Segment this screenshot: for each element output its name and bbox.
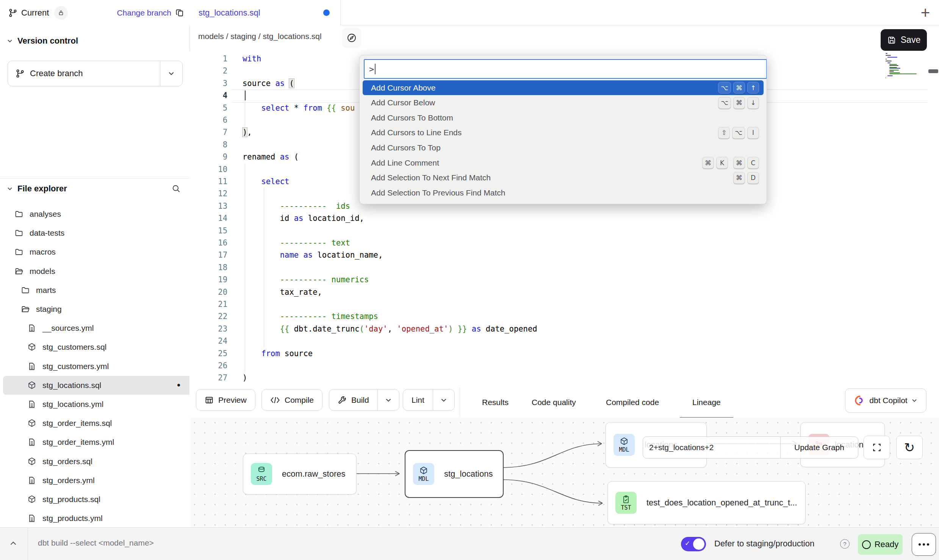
lineage-node-stg-locations[interactable]: MDL stg_locations [405, 450, 504, 498]
file-item-stg-order-items-sql[interactable]: stg_order_items.sql [3, 414, 211, 433]
status-badge[interactable]: Ready [858, 534, 903, 555]
file-name: stg_locations.sql [42, 381, 101, 390]
compile-button[interactable]: Compile [261, 389, 322, 411]
file-explorer-header[interactable]: File explorer [7, 184, 183, 194]
tab-results[interactable]: Results [482, 387, 509, 417]
command-palette-input[interactable]: > [364, 59, 767, 79]
file-item-stg-orders-sql[interactable]: stg_orders.sql [3, 452, 211, 471]
update-graph-button[interactable]: Update Graph [780, 437, 858, 458]
palette-item-add-cursor-below[interactable]: Add Cursor Below⌥⌘↓ [363, 95, 764, 110]
refresh-button[interactable]: ↻ [896, 436, 923, 459]
tab-compiled-code[interactable]: Compiled code [606, 387, 659, 417]
build-dropdown[interactable] [377, 389, 399, 410]
command-input[interactable]: dbt build --select <model_name> [38, 538, 154, 547]
palette-item-label: Add Cursors To Top [371, 143, 441, 152]
file-item-stg-locations-sql[interactable]: stg_locations.sql• [3, 376, 211, 395]
file-name: analyses [30, 210, 61, 219]
minimap-line [889, 70, 899, 70]
file-name: macros [30, 247, 56, 257]
save-button[interactable]: Save [881, 29, 927, 51]
change-branch-link[interactable]: Change branch [117, 8, 171, 17]
file-item-stg-customers-yml[interactable]: stg_customers.yml [3, 357, 211, 376]
palette-item-add-cursors-to-line-ends[interactable]: Add Cursors to Line Ends⇧⌥I [363, 125, 764, 140]
lint-button[interactable]: Lint [403, 389, 455, 411]
scrollbar-handle[interactable] [928, 69, 938, 73]
chevron-up-icon [8, 538, 18, 548]
file-item-models[interactable]: models [3, 262, 198, 281]
tab-code-quality[interactable]: Code quality [532, 387, 576, 417]
minimap[interactable] [886, 53, 926, 79]
toggle-knob [693, 538, 704, 550]
git-branch-icon [16, 69, 25, 78]
file-item-stg-customers-sql[interactable]: stg_customers.sql [3, 338, 211, 357]
more-options-button[interactable] [912, 533, 936, 556]
search-icon[interactable] [171, 184, 181, 194]
tab-stg-locations-sql[interactable]: stg_locations.sql [189, 0, 341, 25]
lineage-filter-input[interactable]: 2+stg_locations+2 [643, 437, 780, 458]
palette-item-add-cursor-above[interactable]: Add Cursor Above⌥⌘↑ [363, 80, 764, 95]
defer-toggle[interactable]: ✓ [681, 537, 706, 551]
status-ring-icon [862, 540, 871, 549]
preview-label: Preview [218, 396, 247, 405]
lint-dropdown[interactable] [433, 389, 454, 410]
file-item-marts[interactable]: marts [3, 281, 204, 300]
lineage-node-test[interactable]: TST test_does_location_opened_at_trunc_t… [607, 481, 806, 524]
folder-icon [14, 210, 23, 219]
tab-lineage[interactable]: Lineage [680, 387, 733, 418]
file-item-macros[interactable]: macros [3, 242, 198, 261]
database-icon [257, 466, 266, 475]
file-item-stg-orders-yml[interactable]: stg_orders.yml [3, 471, 211, 490]
code-line-11: select [243, 175, 289, 188]
lineage-panel[interactable]: SRC ecom.raw_stores MDL stg_locations MD… [189, 418, 939, 527]
floppy-icon [887, 36, 896, 45]
palette-item-add-selection-to-previous-find-match[interactable]: Add Selection To Previous Find Match [363, 185, 764, 200]
version-control-title: Version control [17, 36, 78, 46]
preview-button[interactable]: Preview [196, 389, 255, 411]
palette-item-add-selection-to-next-find-match[interactable]: Add Selection To Next Find Match⌘D [363, 171, 764, 185]
lineage-node-source[interactable]: SRC ecom.raw_stores [243, 454, 357, 494]
minimap-line [889, 71, 894, 72]
build-button[interactable]: Build [329, 389, 399, 411]
minimap-line [889, 68, 900, 69]
code-line-17: name as location_name, [243, 249, 383, 261]
line-number: 16 [189, 237, 227, 249]
palette-item-add-cursors-to-bottom[interactable]: Add Cursors To Bottom [363, 110, 764, 125]
file-item-stg-products-yml[interactable]: stg_products.yml [3, 509, 211, 528]
compass-icon[interactable] [342, 28, 362, 48]
copy-icon[interactable] [175, 8, 184, 17]
palette-item-add-selection-to-all-find-matches[interactable]: Add Selection To All Find Matches [363, 200, 764, 204]
version-control-header[interactable]: Version control [7, 36, 78, 46]
dbt-copilot-button[interactable]: dbt Copilot [845, 388, 926, 413]
palette-item-add-cursors-to-top[interactable]: Add Cursors To Top [363, 140, 764, 155]
palette-item-add-line-comment[interactable]: Add Line Comment⌘K⌘C [363, 155, 764, 170]
node-label: test_does_location_opened_at_trunc_t... [646, 498, 797, 508]
create-branch-dropdown[interactable] [160, 61, 182, 86]
create-branch-button[interactable]: Create branch [8, 61, 183, 86]
expand-panel-button[interactable] [8, 538, 18, 548]
fullscreen-button[interactable] [864, 436, 890, 459]
file-name: data-tests [30, 228, 64, 238]
model-icon [27, 457, 36, 466]
file-item--sources-yml[interactable]: __sources.yml [3, 319, 211, 338]
file-item-analyses[interactable]: analyses [3, 205, 198, 224]
branch-header: Current Change branch [0, 0, 189, 26]
new-tab-button[interactable]: + [916, 3, 935, 23]
current-branch[interactable]: Current [8, 6, 68, 20]
file-icon [27, 324, 36, 333]
line-number: 23 [189, 323, 227, 335]
file-item-staging[interactable]: staging [3, 300, 204, 319]
file-item-stg-products-sql[interactable]: stg_products.sql [3, 490, 211, 509]
check-icon: ✓ [685, 540, 690, 547]
help-icon[interactable]: ? [840, 539, 850, 549]
file-item-stg-locations-yml[interactable]: stg_locations.yml [3, 395, 211, 414]
text-caret [245, 91, 246, 100]
source-badge: SRC [251, 463, 272, 485]
file-name: stg_customers.yml [42, 362, 109, 371]
file-item-stg-order-items-yml[interactable]: stg_order_items.yml [3, 433, 211, 452]
clipboard-check-icon [621, 495, 631, 504]
file-item-data-tests[interactable]: data-tests [3, 224, 198, 242]
refresh-icon: ↻ [904, 441, 915, 454]
line-number: 14 [189, 212, 227, 224]
line-number: 12 [189, 188, 227, 200]
line-number: 20 [189, 286, 227, 298]
